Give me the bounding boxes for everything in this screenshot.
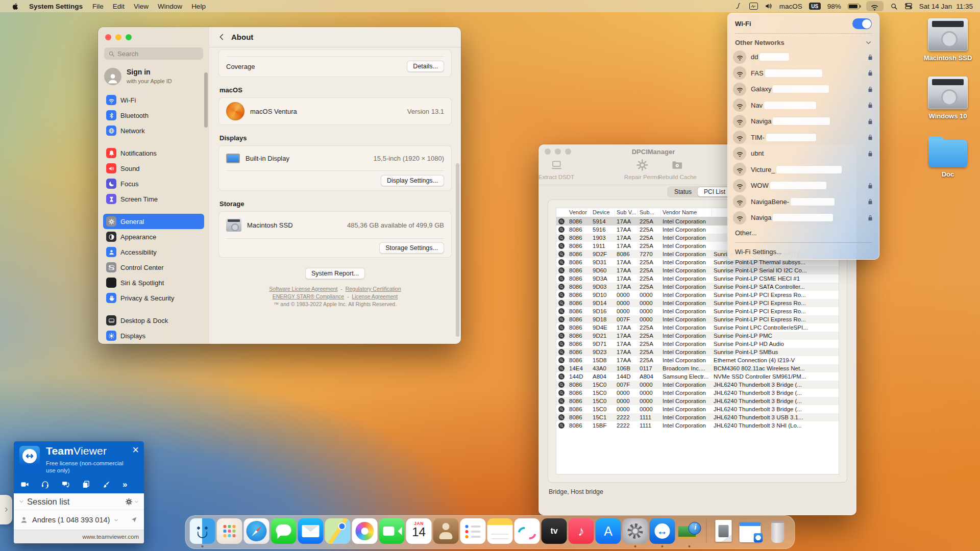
session-user-row[interactable]: Andres (1 048 393 014) xyxy=(14,510,144,530)
dock-calendar[interactable]: JAN 14 xyxy=(406,518,432,548)
pci-row[interactable]: 808615C12222 1111Intel CorporationJHL624… xyxy=(556,413,839,421)
tool-rebuild-cache[interactable]: Rebuild Cache xyxy=(658,159,696,180)
sidebar-item-privacy-security[interactable]: Privacy & Security xyxy=(103,290,204,306)
dock-messages[interactable] xyxy=(271,518,297,548)
copy-icon[interactable] xyxy=(82,480,90,489)
search-input[interactable] xyxy=(117,50,189,58)
dock-separator[interactable] xyxy=(704,518,709,548)
signature-icon[interactable] xyxy=(734,2,743,10)
session-settings[interactable] xyxy=(125,498,139,506)
pci-row[interactable]: 80869D140000 0000Intel CorporationSunris… xyxy=(556,299,839,307)
sidebar-item-focus[interactable]: Focus xyxy=(103,176,204,191)
status-macos-label[interactable]: macOS xyxy=(779,3,802,10)
pci-row[interactable]: 80869D4E17AA 225AIntel CorporationSunris… xyxy=(556,323,839,332)
pci-row[interactable]: 80869D100000 0000Intel CorporationSunris… xyxy=(556,291,839,299)
menu-item[interactable]: View xyxy=(129,3,153,10)
about-scrollbar[interactable] xyxy=(456,163,459,337)
more-icon[interactable]: » xyxy=(122,480,127,489)
system-report-button[interactable]: System Report... xyxy=(305,268,365,279)
battery-icon[interactable] xyxy=(848,4,860,9)
pci-row[interactable]: 80869D7117AA 225AIntel CorporationSunris… xyxy=(556,340,839,348)
dock-freeform[interactable] xyxy=(514,518,540,548)
tool-extract-dsdt[interactable]: Extract DSDT xyxy=(538,159,574,180)
dock-safari[interactable] xyxy=(244,518,270,548)
brush-icon[interactable] xyxy=(102,480,111,489)
wifi-menu-button[interactable] xyxy=(866,1,884,11)
other-network-item[interactable]: Other... xyxy=(728,226,879,240)
pci-row[interactable]: 80869D160000 0000Intel CorporationSunris… xyxy=(556,307,839,315)
sidebar-item-network[interactable]: Network xyxy=(103,123,204,138)
dock-launchpad[interactable] xyxy=(217,518,242,548)
wifi-toggle[interactable] xyxy=(852,18,872,29)
col-sub[interactable]: Sub... xyxy=(638,209,661,216)
chat-icon[interactable] xyxy=(61,480,70,489)
sign-in-row[interactable]: Sign in with your Apple ID xyxy=(104,68,203,85)
dock-appstore[interactable]: A xyxy=(596,518,621,548)
pci-row[interactable]: 80869D18007F 0000Intel CorporationSunris… xyxy=(556,315,839,323)
pci-row[interactable]: 808615C00000 0000Intel CorporationJHL624… xyxy=(556,397,839,405)
details-button[interactable]: Details... xyxy=(407,61,444,72)
sidebar-item-screen-time[interactable]: Screen Time xyxy=(103,191,204,207)
pci-row[interactable]: 14E443A0106B 0117Broadcom Inc....BCM4360… xyxy=(556,364,839,372)
pci-row[interactable]: 80869D3A17AA 225AIntel CorporationSunris… xyxy=(556,274,839,283)
dock-notes[interactable] xyxy=(487,518,513,548)
desktop-icon-macintosh-ssd[interactable]: Macintosh SSD xyxy=(919,18,976,62)
wifi-network-tim[interactable]: TIM- xyxy=(728,130,879,146)
wifi-network-dd[interactable]: dd xyxy=(728,49,879,65)
tool-repair-perms[interactable]: Repair Perms xyxy=(624,159,660,180)
wifi-settings-item[interactable]: Wi-Fi Settings... xyxy=(728,245,879,259)
desktop-icon-windows-10[interactable]: Windows 10 xyxy=(919,77,976,120)
menu-clock[interactable]: Sat 14 Jan 11:35 xyxy=(919,3,974,10)
pci-row[interactable]: 80869D0317AA 225AIntel CorporationSunris… xyxy=(556,283,839,291)
dock-teamviewer-session[interactable] xyxy=(738,518,764,548)
dock-finder[interactable] xyxy=(190,518,215,548)
pci-row[interactable]: 144DA804144D A804Samsung Electr...NVMe S… xyxy=(556,372,839,381)
close-icon[interactable]: × xyxy=(132,444,139,456)
teamviewer-side-tab[interactable] xyxy=(0,495,12,524)
sidebar-item-bluetooth[interactable]: Bluetooth xyxy=(103,108,204,123)
dock-music[interactable]: ♪ xyxy=(569,518,594,548)
pci-row[interactable]: 80869D6017AA 225AIntel CorporationSunris… xyxy=(556,266,839,274)
col-subvendor[interactable]: Sub V... xyxy=(615,209,638,216)
sidebar-item-wifi[interactable]: Wi-Fi xyxy=(103,92,204,108)
dock-document[interactable] xyxy=(711,518,737,548)
col-device[interactable]: Device xyxy=(591,209,615,216)
menu-item[interactable]: Help xyxy=(187,3,210,10)
pci-row[interactable]: 808615C0007F 0000Intel CorporationJHL624… xyxy=(556,381,839,389)
dock-system-settings[interactable] xyxy=(623,518,648,548)
menu-item[interactable]: Edit xyxy=(108,3,129,10)
close-button[interactable] xyxy=(105,34,111,40)
desktop-icon-doc[interactable]: Doc xyxy=(919,136,976,178)
wifi-network-navigabene[interactable]: NavigaBene- xyxy=(728,194,879,210)
dock-maps[interactable] xyxy=(325,518,351,548)
tab-pci-list[interactable]: PCI List xyxy=(698,187,731,196)
pci-row[interactable]: 808615C00000 0000Intel CorporationJHL624… xyxy=(556,405,839,413)
teamviewer-url[interactable]: www.teamviewer.com xyxy=(82,534,139,540)
pci-row[interactable]: 808615BF2222 1111Intel CorporationJHL624… xyxy=(556,421,839,430)
dock-photos[interactable] xyxy=(352,518,378,548)
volume-icon[interactable] xyxy=(765,2,773,10)
pci-row[interactable]: 80869D2117AA 225AIntel CorporationSunris… xyxy=(556,332,839,340)
sidebar-item-siri-spotlight[interactable]: Siri & Spotlight xyxy=(103,275,204,290)
minimize-button[interactable] xyxy=(115,34,121,40)
wifi-network-naviga2[interactable]: Naviga xyxy=(728,210,879,226)
pci-row[interactable]: 80869D2317AA 225AIntel CorporationSunris… xyxy=(556,348,839,356)
sidebar-item-general[interactable]: General xyxy=(103,214,204,229)
activity-monitor-icon[interactable] xyxy=(749,3,758,10)
license-agreement-link[interactable]: License Agreement xyxy=(352,293,398,299)
sidebar-item-desktop-dock[interactable]: Desktop & Dock xyxy=(103,313,204,328)
pci-row[interactable]: 808615C00000 0000Intel CorporationJHL624… xyxy=(556,389,839,397)
dock-tv[interactable]: tv xyxy=(542,518,567,548)
sidebar-item-control-center[interactable]: Control Center xyxy=(103,260,204,275)
dock-facetime[interactable] xyxy=(379,518,405,548)
tab-status[interactable]: Status xyxy=(668,187,698,196)
col-vendor-name[interactable]: Vendor Name xyxy=(661,209,712,216)
dock-dpcimanager[interactable]: i xyxy=(677,518,702,548)
headset-icon[interactable] xyxy=(41,480,50,489)
wifi-network-ubnt[interactable]: ubnt xyxy=(728,145,879,162)
wifi-network-galaxy[interactable]: Galaxy xyxy=(728,81,879,97)
pci-row[interactable]: 808615D817AA 225AIntel CorporationEthern… xyxy=(556,356,839,364)
wifi-network-victure[interactable]: Victure_ xyxy=(728,162,879,178)
col-vendor[interactable]: Vendor xyxy=(568,209,591,216)
dock-contacts[interactable] xyxy=(433,518,459,548)
